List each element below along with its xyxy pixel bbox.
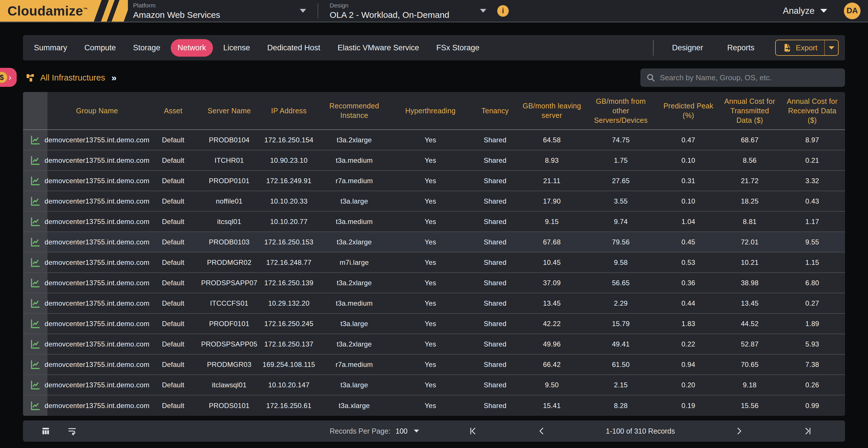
tab-dedicated-host[interactable]: Dedicated Host	[260, 39, 328, 57]
cell-cost_tx: 70.65	[720, 355, 779, 375]
table-row[interactable]: demovcenter13755.int.demo.comDefaultPROD…	[23, 395, 845, 416]
cell-server: noffile01	[200, 191, 259, 211]
column-header[interactable]: Recommended Instance	[319, 92, 390, 129]
column-header[interactable]: Hyperthreading	[390, 92, 471, 129]
column-header[interactable]: Server Name	[200, 92, 259, 129]
row-chart-icon[interactable]	[23, 212, 48, 232]
column-header[interactable]: Annual Cost for Received Data ($)	[779, 92, 845, 129]
cell-instance: t3a.medium	[319, 150, 390, 170]
design-dropdown[interactable]: Design OLA 2 - Workload, On-Demand	[318, 0, 486, 22]
row-chart-icon[interactable]	[23, 150, 48, 170]
reports-link[interactable]: Reports	[715, 43, 767, 52]
analyze-label: Analyze	[783, 6, 814, 16]
table-row[interactable]: demovcenter13755.int.demo.comDefaultPROD…	[23, 314, 845, 334]
cell-ip: 172.16.250.61	[259, 395, 319, 416]
header-icon-column	[23, 92, 48, 129]
column-chooser-icon[interactable]	[41, 426, 51, 436]
designer-link[interactable]: Designer	[660, 43, 715, 52]
records-per-page-select[interactable]: Records Per Page: 100	[330, 427, 419, 435]
info-icon[interactable]: i	[497, 5, 509, 17]
cell-asset: Default	[147, 130, 200, 150]
cost-drawer-tab[interactable]: $ ›	[0, 68, 17, 87]
next-page-icon[interactable]	[734, 426, 744, 436]
row-chart-icon[interactable]	[23, 273, 48, 293]
tab-elastic-vmware-service[interactable]: Elastic VMware Service	[331, 39, 426, 57]
table-row[interactable]: demovcenter13755.int.demo.comDefaultPROD…	[23, 355, 845, 375]
row-chart-icon[interactable]	[23, 375, 48, 395]
row-chart-icon[interactable]	[23, 334, 48, 354]
table-body: demovcenter13755.int.demo.comDefaultPROD…	[23, 130, 845, 416]
platform-label: Platform	[133, 2, 220, 9]
cell-instance: t3a.large	[319, 375, 390, 395]
table-row[interactable]: demovcenter13755.int.demo.comDefaultITCH…	[23, 150, 845, 171]
tab-network[interactable]: Network	[171, 39, 213, 57]
previous-page-icon[interactable]	[537, 426, 547, 436]
column-header[interactable]: Predicted Peak (%)	[657, 92, 720, 129]
tab-fsx-storage[interactable]: FSx Storage	[429, 39, 486, 57]
row-chart-icon[interactable]	[23, 232, 48, 252]
row-chart-icon[interactable]	[23, 355, 48, 375]
column-header[interactable]: IP Address	[259, 92, 319, 129]
cell-ip: 10.29.132.20	[259, 293, 319, 313]
table-row[interactable]: demovcenter13755.int.demo.comDefaultPROD…	[23, 273, 845, 293]
column-header[interactable]: Annual Cost for Transmitted Data ($)	[720, 92, 779, 129]
row-chart-icon[interactable]	[23, 171, 48, 191]
tab-storage[interactable]: Storage	[126, 39, 167, 57]
table-row[interactable]: demovcenter13755.int.demo.comDefaultPROD…	[23, 171, 845, 191]
cell-cost_tx: 10.21	[720, 252, 779, 272]
cell-server: itcsql01	[200, 212, 259, 232]
cell-tenancy: Shared	[471, 252, 519, 272]
row-chart-icon[interactable]	[23, 314, 48, 333]
tab-compute[interactable]: Compute	[78, 39, 123, 57]
column-header[interactable]: GB/month from other Servers/Devices	[585, 92, 657, 129]
wrap-text-icon[interactable]	[67, 426, 77, 436]
table-row[interactable]: demovcenter13755.int.demo.comDefaultPROD…	[23, 334, 845, 355]
table-row[interactable]: demovcenter13755.int.demo.comDefaultPROD…	[23, 130, 845, 150]
breadcrumb[interactable]: All Infrastructures »	[25, 72, 116, 83]
table-row[interactable]: demovcenter13755.int.demo.comDefaultnoff…	[23, 191, 845, 212]
row-chart-icon[interactable]	[23, 130, 48, 150]
cell-gb_other: 79.56	[585, 232, 657, 252]
platform-dropdown[interactable]: Platform Amazon Web Services	[128, 0, 318, 22]
cell-gb_leaving: 49.96	[519, 334, 585, 354]
cell-asset: Default	[147, 293, 200, 313]
cell-server: PRODB0103	[200, 232, 259, 252]
double-chevron-icon[interactable]: »	[112, 72, 117, 83]
row-chart-icon[interactable]	[23, 293, 48, 313]
column-header[interactable]: Asset	[147, 92, 200, 129]
cell-group: demovcenter13755.int.demo.com	[48, 252, 147, 272]
search-input[interactable]	[660, 73, 839, 82]
table-row[interactable]: demovcenter13755.int.demo.comDefaultitcl…	[23, 375, 845, 395]
cell-ip: 172.16.249.91	[259, 171, 319, 191]
column-header[interactable]: Tenancy	[471, 92, 519, 129]
user-avatar[interactable]: DA	[844, 3, 861, 19]
row-chart-icon[interactable]	[23, 191, 48, 211]
tab-summary[interactable]: Summary	[27, 39, 74, 57]
breadcrumb-label[interactable]: All Infrastructures	[40, 73, 105, 83]
table-row[interactable]: demovcenter13755.int.demo.comDefaultITCC…	[23, 293, 845, 314]
cell-ip: 10.10.20.147	[259, 375, 319, 395]
column-header[interactable]: Group Name	[48, 92, 147, 129]
search-box[interactable]	[640, 68, 845, 87]
cell-gb_leaving: 10.45	[519, 252, 585, 272]
cell-cost_tx: 72.01	[720, 232, 779, 252]
table-row[interactable]: demovcenter13755.int.demo.comDefaultPROD…	[23, 252, 845, 273]
cell-gb_leaving: 67.68	[519, 232, 585, 252]
export-button[interactable]: Export	[775, 40, 839, 56]
table-row[interactable]: demovcenter13755.int.demo.comDefaultPROD…	[23, 232, 845, 252]
row-chart-icon[interactable]	[23, 395, 48, 416]
analyze-menu[interactable]: Analyze	[783, 6, 827, 16]
first-page-icon[interactable]	[468, 426, 478, 436]
cell-cost_tx: 52.87	[720, 334, 779, 354]
table-row[interactable]: demovcenter13755.int.demo.comDefaultitcs…	[23, 212, 845, 232]
export-options-toggle[interactable]	[824, 40, 838, 55]
cell-ht: Yes	[390, 212, 471, 232]
cell-peak: 0.10	[657, 191, 720, 211]
tab-license[interactable]: License	[216, 39, 257, 57]
column-header[interactable]: GB/month leaving server	[519, 92, 585, 129]
row-chart-icon[interactable]	[23, 252, 48, 272]
cell-cost_tx: 38.98	[720, 273, 779, 293]
cell-instance: t3a.2xlarge	[319, 232, 390, 252]
last-page-icon[interactable]	[803, 426, 813, 436]
cell-ht: Yes	[390, 150, 471, 170]
